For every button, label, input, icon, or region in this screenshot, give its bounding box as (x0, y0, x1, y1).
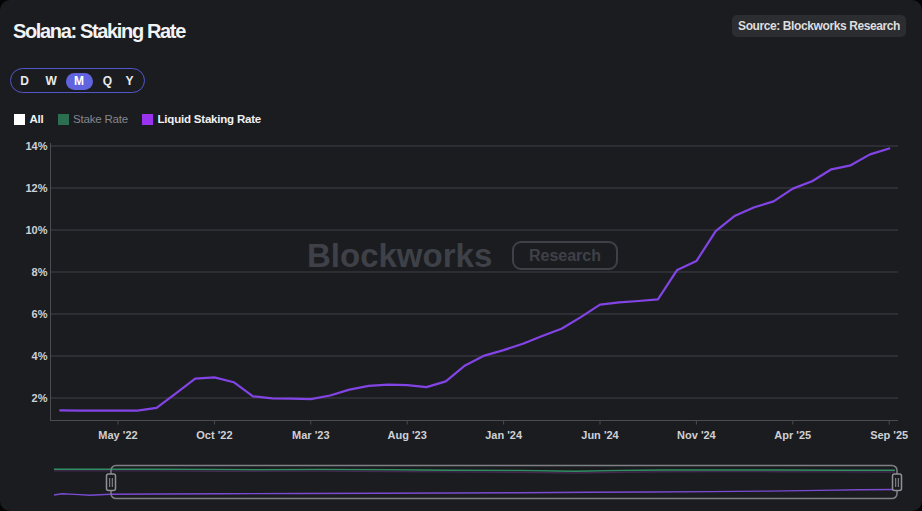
svg-text:6%: 6% (32, 308, 48, 320)
svg-text:May '22: May '22 (98, 429, 137, 441)
svg-text:Jun '24: Jun '24 (581, 429, 619, 441)
svg-text:Sep '25: Sep '25 (870, 429, 908, 441)
svg-text:Apr '25: Apr '25 (774, 429, 811, 441)
svg-text:Blockworks: Blockworks (307, 237, 492, 274)
svg-text:12%: 12% (25, 182, 47, 194)
svg-text:Aug '23: Aug '23 (388, 429, 427, 441)
svg-text:Nov '24: Nov '24 (677, 429, 717, 441)
svg-text:Jan '24: Jan '24 (485, 429, 523, 441)
svg-text:Mar '23: Mar '23 (292, 429, 329, 441)
svg-text:Research: Research (529, 247, 601, 264)
svg-text:14%: 14% (25, 140, 47, 152)
svg-text:Oct '22: Oct '22 (196, 429, 232, 441)
svg-text:8%: 8% (32, 266, 48, 278)
svg-text:10%: 10% (25, 224, 47, 236)
svg-text:2%: 2% (32, 392, 48, 404)
svg-text:4%: 4% (32, 350, 48, 362)
